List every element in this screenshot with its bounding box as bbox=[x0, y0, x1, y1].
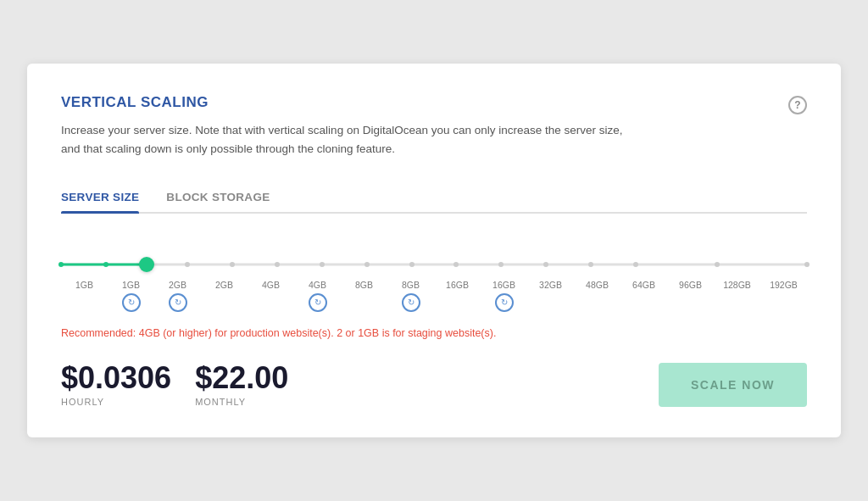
slider-dot-9 bbox=[453, 262, 459, 267]
slider-label-text-8: 16GB bbox=[446, 280, 469, 290]
slider-label-10: 32GB bbox=[527, 280, 574, 312]
slider-label-text-3: 2GB bbox=[215, 280, 233, 290]
slider-label-text-12: 64GB bbox=[632, 280, 655, 290]
monthly-price-block: $22.00 MONTHLY bbox=[195, 363, 288, 407]
slider-thumb[interactable] bbox=[139, 257, 154, 272]
slider-label-7: 8GB ↻ bbox=[387, 280, 434, 312]
slider-label-text-6: 8GB bbox=[355, 280, 373, 290]
slider-label-13: 96GB bbox=[667, 280, 714, 312]
slider-label-text-1: 1GB bbox=[122, 280, 140, 290]
slider-label-text-15: 192GB bbox=[770, 280, 798, 290]
slider-label-4: 4GB bbox=[248, 280, 294, 312]
slider-label-11: 48GB bbox=[574, 280, 620, 312]
slider-dot-4 bbox=[230, 262, 235, 267]
slider-section: 1GB 1GB ↻ 2GB ↻ 2GB 4GB 4GB ↻ 8GB bbox=[61, 239, 807, 312]
recommendation-text: Recommended: 4GB (or higher) for product… bbox=[61, 327, 807, 339]
slider-dot-13 bbox=[633, 262, 638, 267]
slider-icon-1: ↻ bbox=[122, 293, 141, 312]
slider-label-text-10: 32GB bbox=[539, 280, 562, 290]
slider-label-15: 192GB bbox=[760, 280, 807, 312]
slider-dot-12 bbox=[588, 262, 593, 267]
slider-dot-6 bbox=[320, 262, 325, 267]
tab-bar: SERVER SIZE BLOCK STORAGE bbox=[61, 182, 807, 214]
card-header: VERTICAL SCALING ? bbox=[61, 94, 807, 114]
slider-label-text-5: 4GB bbox=[309, 280, 326, 290]
slider-dot-0 bbox=[58, 262, 64, 267]
card-title: VERTICAL SCALING bbox=[61, 94, 209, 111]
slider-track[interactable] bbox=[61, 256, 807, 273]
slider-icon-9: ↻ bbox=[495, 293, 514, 312]
slider-bg bbox=[61, 263, 807, 265]
slider-label-8: 16GB bbox=[434, 280, 481, 312]
slider-label-1: 1GB ↻ bbox=[108, 280, 154, 312]
slider-label-3: 2GB bbox=[201, 280, 248, 312]
slider-dot-10 bbox=[498, 262, 504, 267]
slider-label-5: 4GB ↻ bbox=[294, 280, 341, 312]
slider-label-text-4: 4GB bbox=[262, 280, 280, 290]
scale-now-button[interactable]: SCALE NOW bbox=[659, 363, 807, 407]
slider-label-9: 16GB ↻ bbox=[481, 280, 527, 312]
monthly-amount: $22.00 bbox=[195, 363, 288, 393]
slider-label-text-11: 48GB bbox=[586, 280, 609, 290]
slider-dot-14 bbox=[715, 262, 720, 267]
slider-dot-15 bbox=[804, 262, 810, 267]
tab-block-storage[interactable]: BLOCK STORAGE bbox=[166, 182, 270, 212]
slider-label-12: 64GB bbox=[620, 280, 667, 312]
slider-dot-1 bbox=[103, 262, 108, 267]
slider-label-text-7: 8GB bbox=[402, 280, 420, 290]
slider-label-6: 8GB bbox=[341, 280, 387, 312]
slider-icon-7: ↻ bbox=[402, 293, 420, 312]
slider-label-text-2: 2GB bbox=[169, 280, 186, 290]
slider-dot-7 bbox=[364, 262, 370, 267]
slider-icon-2: ↻ bbox=[169, 293, 187, 312]
hourly-price-block: $0.0306 HOURLY bbox=[61, 363, 171, 407]
tab-server-size[interactable]: SERVER SIZE bbox=[61, 182, 139, 212]
vertical-scaling-card: VERTICAL SCALING ? Increase your server … bbox=[27, 64, 841, 437]
card-description: Increase your server size. Note that wit… bbox=[61, 121, 637, 158]
slider-label-text-13: 96GB bbox=[679, 280, 702, 290]
pricing-left: $0.0306 HOURLY $22.00 MONTHLY bbox=[61, 363, 288, 407]
help-icon[interactable]: ? bbox=[788, 96, 807, 114]
slider-icon-5: ↻ bbox=[309, 293, 327, 312]
hourly-label: HOURLY bbox=[61, 397, 171, 407]
slider-label-text-0: 1GB bbox=[75, 280, 93, 290]
slider-dot-11 bbox=[543, 262, 548, 267]
pricing-row: $0.0306 HOURLY $22.00 MONTHLY SCALE NOW bbox=[61, 363, 807, 407]
slider-dot-3 bbox=[185, 262, 190, 267]
slider-dot-8 bbox=[409, 262, 415, 267]
slider-label-14: 128GB bbox=[714, 280, 760, 312]
slider-label-text-14: 128GB bbox=[723, 280, 751, 290]
slider-label-text-9: 16GB bbox=[492, 280, 515, 290]
slider-dot-5 bbox=[275, 262, 280, 267]
slider-labels: 1GB 1GB ↻ 2GB ↻ 2GB 4GB 4GB ↻ 8GB bbox=[61, 280, 807, 312]
monthly-label: MONTHLY bbox=[195, 397, 288, 407]
slider-label-0: 1GB bbox=[61, 280, 108, 312]
hourly-amount: $0.0306 bbox=[61, 363, 171, 393]
slider-label-2: 2GB ↻ bbox=[154, 280, 201, 312]
